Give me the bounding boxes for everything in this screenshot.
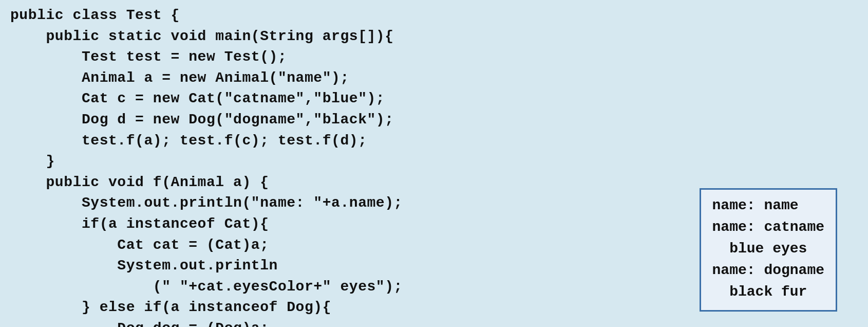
- output-box: name: name name: catname blue eyes name:…: [700, 188, 837, 312]
- code-editor: public class Test { public static void m…: [10, 5, 858, 322]
